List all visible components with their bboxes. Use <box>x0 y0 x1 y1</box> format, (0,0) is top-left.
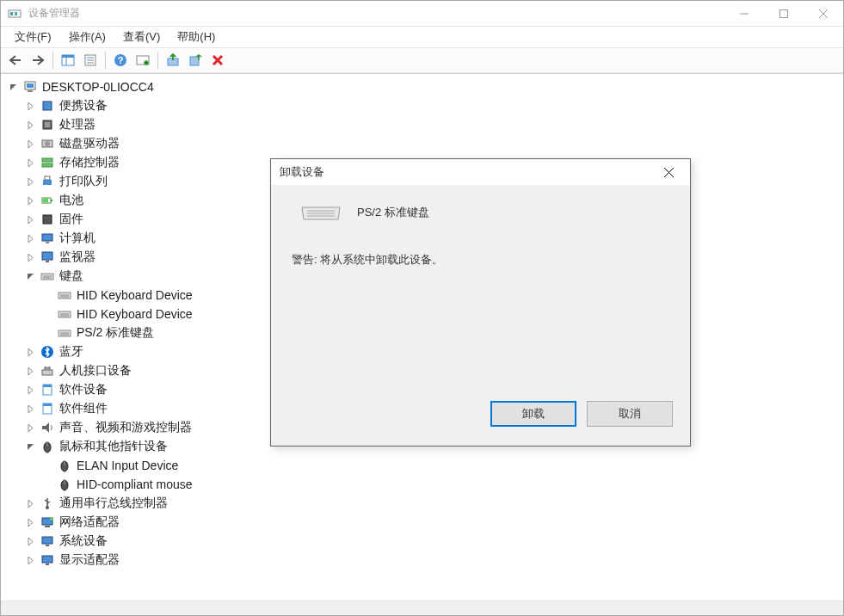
tree-item-label: PS/2 标准键盘 <box>75 324 156 342</box>
collapse-icon[interactable] <box>6 80 20 94</box>
uninstall-device-button[interactable] <box>207 50 228 71</box>
properties-button[interactable] <box>80 50 101 71</box>
collapse-icon[interactable] <box>23 440 37 453</box>
collapse-icon[interactable] <box>23 269 37 283</box>
usb-icon <box>40 496 54 510</box>
network-icon <box>40 515 54 529</box>
svg-rect-75 <box>46 564 49 565</box>
tree-category-0[interactable]: 便携设备 <box>6 96 843 115</box>
expand-icon[interactable] <box>23 421 37 434</box>
forward-button[interactable] <box>28 50 48 71</box>
dialog-warning-text: 警告: 将从系统中卸载此设备。 <box>292 252 669 268</box>
software-icon <box>40 402 54 416</box>
menu-help[interactable]: 帮助(H) <box>169 28 224 46</box>
firmware-icon <box>40 213 54 226</box>
scan-hardware-button[interactable] <box>132 50 153 71</box>
svg-rect-19 <box>190 57 199 65</box>
tree-item-label: DESKTOP-0LIOCC4 <box>40 79 156 95</box>
svg-rect-35 <box>43 215 52 224</box>
titlebar: 设备管理器 <box>1 1 843 27</box>
cancel-button[interactable]: 取消 <box>587 401 673 427</box>
svg-text:?: ? <box>118 55 124 65</box>
horizontal-scrollbar[interactable] <box>1 601 843 615</box>
svg-rect-57 <box>43 385 52 387</box>
expand-icon[interactable] <box>23 194 37 207</box>
tree-category-2[interactable]: 磁盘驱动器 <box>6 134 843 153</box>
tree-root[interactable]: DESKTOP-0LIOCC4 <box>6 77 843 96</box>
tree-item-label: 显示适配器 <box>58 551 121 569</box>
computer-icon <box>40 231 54 245</box>
expand-icon[interactable] <box>23 402 37 416</box>
no-expand <box>40 288 54 302</box>
no-expand <box>40 307 54 321</box>
help-button[interactable]: ? <box>110 50 131 71</box>
tree-item-label: 处理器 <box>58 116 97 133</box>
svg-rect-31 <box>45 176 50 180</box>
tree-category-19[interactable]: 显示适配器 <box>6 551 843 570</box>
expand-icon[interactable] <box>23 250 37 264</box>
expand-icon[interactable] <box>23 213 37 226</box>
keyboard-icon <box>58 288 71 302</box>
toolbar: ? <box>1 47 843 73</box>
expand-icon[interactable] <box>23 99 37 113</box>
app-icon <box>8 7 22 21</box>
tree-item-label: 软件组件 <box>58 400 109 417</box>
menu-view[interactable]: 查看(V) <box>114 28 169 46</box>
svg-rect-28 <box>42 158 52 162</box>
expand-icon[interactable] <box>23 231 37 245</box>
menu-action[interactable]: 操作(A) <box>60 28 114 46</box>
svg-rect-59 <box>43 403 52 406</box>
svg-point-27 <box>45 141 50 146</box>
close-button[interactable] <box>804 1 843 27</box>
window-title: 设备管理器 <box>28 6 724 21</box>
tree-device-15-1[interactable]: HID-compliant mouse <box>6 475 843 494</box>
expand-icon[interactable] <box>23 553 37 567</box>
svg-point-54 <box>44 367 47 370</box>
svg-rect-53 <box>42 370 52 375</box>
tree-category-1[interactable]: 处理器 <box>6 115 843 134</box>
update-driver-button[interactable] <box>163 50 183 71</box>
tree-device-15-0[interactable]: ELAN Input Device <box>6 456 843 475</box>
minimize-button[interactable] <box>724 1 764 27</box>
keyboard-icon <box>58 307 71 321</box>
expand-icon[interactable] <box>23 534 37 548</box>
expand-icon[interactable] <box>23 156 37 169</box>
expand-icon[interactable] <box>23 345 37 359</box>
cpu-icon <box>40 118 54 132</box>
printer-icon <box>40 175 54 188</box>
uninstall-button[interactable]: 卸载 <box>490 401 576 427</box>
svg-rect-74 <box>42 556 52 563</box>
disk-icon <box>40 137 54 151</box>
tree-category-18[interactable]: 系统设备 <box>6 532 843 551</box>
expand-icon[interactable] <box>23 515 37 529</box>
expand-icon[interactable] <box>23 496 37 510</box>
dialog-close-button[interactable] <box>656 159 681 185</box>
expand-icon[interactable] <box>23 364 37 378</box>
tree-category-16[interactable]: 通用串行总线控制器 <box>6 494 843 513</box>
maximize-button[interactable] <box>764 1 804 27</box>
software-icon <box>40 383 54 397</box>
expand-icon[interactable] <box>23 137 37 151</box>
back-button[interactable] <box>5 50 26 71</box>
storage-icon <box>40 156 54 169</box>
show-hide-tree-button[interactable] <box>58 50 78 71</box>
expand-icon[interactable] <box>23 383 37 397</box>
tree-item-label: 磁盘驱动器 <box>58 135 121 152</box>
uninstall-device-dialog: 卸载设备 PS/2 标准键盘 警告: 将从系统中卸载此设备。 卸载 取消 <box>270 158 691 447</box>
menu-file[interactable]: 文件(F) <box>6 28 60 46</box>
expand-icon[interactable] <box>23 118 37 132</box>
tree-item-label: HID Keyboard Device <box>75 287 194 303</box>
mouse-icon <box>58 477 71 491</box>
expand-icon[interactable] <box>23 175 37 188</box>
tree-item-label: 系统设备 <box>58 533 109 550</box>
battery-icon <box>40 194 54 207</box>
tree-category-17[interactable]: 网络适配器 <box>6 513 843 532</box>
tree-item-label: 监视器 <box>58 249 97 266</box>
no-expand <box>40 326 54 340</box>
disable-device-button[interactable] <box>185 50 206 71</box>
dialog-title-text: 卸载设备 <box>280 164 324 180</box>
no-expand <box>40 477 54 491</box>
svg-rect-37 <box>46 242 49 243</box>
dialog-body: PS/2 标准键盘 警告: 将从系统中卸载此设备。 卸载 取消 <box>271 185 690 446</box>
mouse-icon <box>40 440 54 453</box>
